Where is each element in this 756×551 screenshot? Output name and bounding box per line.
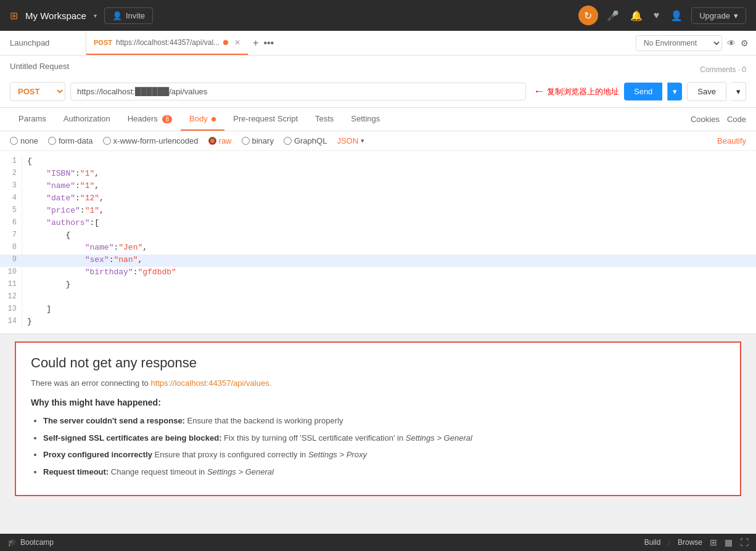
code-line-10: 10 "birthday":"gfdbdb"	[0, 267, 756, 279]
code-line-8: 8 "name":"Jen",	[0, 242, 756, 255]
tab-method: POST	[94, 39, 112, 46]
tab-url: https://localhost:44357/api/val...	[116, 38, 220, 47]
option-raw[interactable]: raw	[208, 136, 232, 145]
response-title: Could not get any response	[31, 355, 725, 371]
code-line-5: 5 "price":"1",	[0, 205, 756, 218]
upgrade-chevron-icon: ▾	[734, 11, 738, 20]
nav-left: ⊞ My Workspace ▾ 👤 Invite	[10, 7, 153, 24]
more-tabs-button[interactable]: •••	[263, 38, 274, 49]
send-button[interactable]: Send	[624, 83, 662, 100]
upgrade-button[interactable]: Upgrade ▾	[691, 7, 746, 24]
option-urlencoded[interactable]: x-www-form-urlencoded	[103, 136, 199, 145]
reason-3: Proxy configured incorrectly Ensure that…	[43, 449, 725, 461]
grid-icon: ⊞	[10, 10, 18, 22]
code-line-3: 3 "name":"1",	[0, 181, 756, 193]
response-why: Why this might have happened:	[31, 398, 725, 407]
send-dropdown-button[interactable]: ▾	[667, 83, 682, 100]
code-editor[interactable]: 1 { 2 "ISBN":"1", 3 "name":"1", 4 "date"…	[0, 151, 756, 334]
mic-icon-button[interactable]: 🎤	[604, 7, 622, 24]
tabs-right: Cookies Code	[691, 115, 746, 124]
invite-button[interactable]: 👤 Invite	[104, 7, 153, 24]
url-arrow-icon: ←	[533, 85, 544, 98]
notification-button[interactable]: 🔔	[628, 7, 645, 24]
main-content: Untitled Request Comments · 0 POST GET P…	[0, 55, 756, 528]
url-annotation-text: 复制浏览器上的地址	[547, 86, 619, 97]
response-subtitle: There was an error connecting to https:/…	[31, 378, 725, 388]
code-line-6: 6 "authors":[	[0, 218, 756, 230]
code-line-4: 4 "date":"12",	[0, 193, 756, 205]
json-selector[interactable]: JSON ▾	[337, 136, 364, 145]
response-wrapper: Could not get any response There was an …	[7, 341, 749, 496]
response-panel: Could not get any response There was an …	[15, 341, 741, 496]
tab-params[interactable]: Params	[10, 108, 55, 131]
option-form-data[interactable]: form-data	[48, 136, 93, 145]
top-navigation: ⊞ My Workspace ▾ 👤 Invite ↻ 🎤 🔔 ♥ 👤 Upgr…	[0, 0, 756, 31]
response-reasons-list: The server couldn't send a response: Ens…	[31, 415, 725, 478]
workspace-name: My Workspace	[25, 10, 86, 21]
code-line-11: 11 }	[0, 279, 756, 292]
cookies-link[interactable]: Cookies	[691, 115, 720, 124]
tab-pre-request[interactable]: Pre-request Script	[224, 108, 306, 131]
reason-2: Self-signed SSL certificates are being b…	[43, 432, 725, 444]
url-annotation: ← 复制浏览器上的地址	[533, 85, 619, 98]
user-icon-button[interactable]: 👤	[668, 7, 685, 24]
heart-button[interactable]: ♥	[651, 7, 662, 23]
request-area: Untitled Request Comments · 0 POST GET P…	[0, 55, 756, 108]
option-binary[interactable]: binary	[242, 136, 274, 145]
code-line-2: 2 "ISBN":"1",	[0, 168, 756, 181]
tab-settings[interactable]: Settings	[342, 108, 388, 131]
environment-select[interactable]: No Environment	[636, 35, 722, 51]
request-title: Untitled Request	[10, 62, 69, 71]
tab-bar: Launchpad POST https://localhost:44357/a…	[0, 31, 756, 55]
environment-eye-button[interactable]: 👁	[727, 38, 736, 48]
headers-badge: 8	[162, 115, 172, 123]
save-button[interactable]: Save	[687, 82, 726, 101]
reason-4: Request timeout: Change request timeout …	[43, 466, 725, 478]
code-line-9: 9 "sex":"nan",	[0, 255, 756, 267]
environment-gear-button[interactable]: ⚙	[741, 38, 749, 48]
code-link[interactable]: Code	[727, 115, 746, 124]
invite-icon: 👤	[112, 11, 122, 20]
nav-right: ↻ 🎤 🔔 ♥ 👤 Upgrade ▾	[578, 6, 746, 25]
tab-right-controls: No Environment 👁 ⚙	[628, 31, 756, 55]
comments-label: Comments · 0	[700, 65, 746, 74]
tab-modified-dot	[223, 40, 228, 45]
beautify-button[interactable]: Beautify	[717, 136, 746, 145]
request-tabs-bar: Params Authorization Headers 8 Body Pre-…	[0, 108, 756, 131]
body-options: none form-data x-www-form-urlencoded raw…	[0, 131, 756, 151]
tab-headers[interactable]: Headers 8	[119, 108, 181, 131]
option-graphql[interactable]: GraphQL	[284, 136, 327, 145]
body-dot	[212, 117, 216, 121]
tab-authorization[interactable]: Authorization	[55, 108, 119, 131]
code-line-1: 1 {	[0, 156, 756, 168]
reason-1: The server couldn't send a response: Ens…	[43, 415, 725, 427]
option-none[interactable]: none	[10, 136, 38, 145]
code-line-12: 12	[0, 292, 756, 304]
code-line-14: 14 }	[0, 316, 756, 329]
tab-actions: + •••	[248, 31, 279, 55]
response-link[interactable]: https://localhost:44357/api/values.	[150, 378, 271, 388]
code-line-13: 13 ]	[0, 304, 756, 316]
save-dropdown-button[interactable]: ▾	[731, 82, 746, 101]
json-label: JSON	[337, 136, 358, 145]
url-input[interactable]	[70, 83, 526, 100]
json-chevron-icon[interactable]: ▾	[361, 137, 364, 145]
tab-active-request[interactable]: POST https://localhost:44357/api/val... …	[86, 31, 248, 55]
new-tab-button[interactable]: +	[253, 38, 258, 49]
tab-tests[interactable]: Tests	[306, 108, 342, 131]
workspace-chevron-icon[interactable]: ▾	[94, 12, 97, 19]
refresh-button[interactable]: ↻	[578, 6, 598, 25]
request-line: POST GET PUT DELETE ← 复制浏览器上的地址 Send ▾ S…	[10, 82, 746, 101]
code-line-7: 7 {	[0, 230, 756, 242]
tab-body[interactable]: Body	[181, 108, 224, 131]
tab-launchpad[interactable]: Launchpad	[0, 31, 86, 55]
tab-close-icon[interactable]: ✕	[234, 38, 240, 47]
method-select[interactable]: POST GET PUT DELETE	[10, 82, 65, 101]
